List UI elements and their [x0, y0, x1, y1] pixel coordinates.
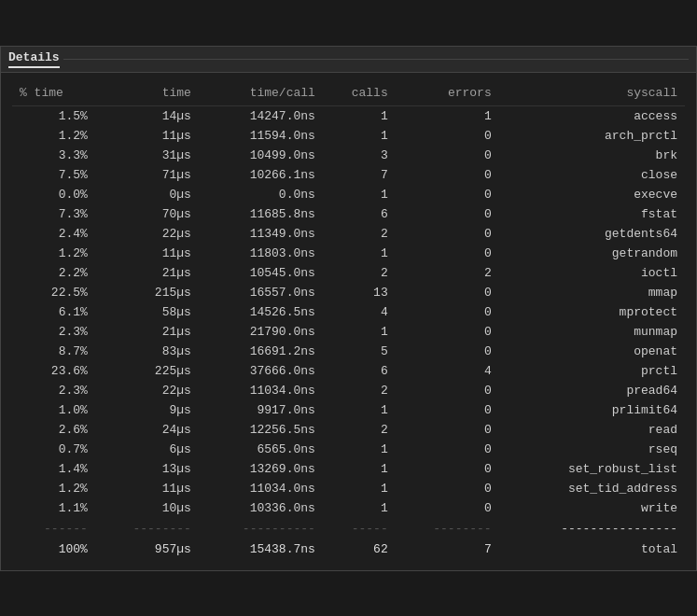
header-syscall: syscall	[499, 80, 685, 106]
title-bar: Details	[1, 47, 696, 73]
table-row: 7.3%70µs11685.8ns60fstat	[12, 204, 685, 224]
cell-syscall: pread64	[499, 381, 685, 400]
window-title: Details	[8, 50, 60, 68]
cell-timecall: 10499.0ns	[199, 146, 323, 165]
cell-pct: 1.4%	[12, 459, 95, 479]
table-row: 2.6%24µs12256.5ns20read	[12, 420, 685, 440]
cell-timecall: 11594.0ns	[199, 126, 323, 146]
total-cell-calls: 62	[323, 539, 396, 559]
cell-timecall: 0.0ns	[199, 185, 323, 204]
cell-syscall: ioctl	[499, 263, 685, 283]
cell-errors: 0	[396, 165, 499, 185]
cell-syscall: getrandom	[499, 244, 685, 263]
cell-pct: 2.4%	[12, 224, 95, 244]
table-row: 8.7%83µs16691.2ns50openat	[12, 342, 685, 361]
cell-errors: 0	[396, 283, 499, 302]
total-cell-pct: 100%	[12, 539, 95, 559]
cell-time: 0µs	[95, 185, 199, 204]
cell-errors: 0	[396, 420, 499, 440]
cell-time: 70µs	[95, 204, 199, 224]
cell-time: 9µs	[95, 400, 199, 420]
cell-pct: 2.3%	[12, 322, 95, 342]
cell-syscall: write	[499, 498, 685, 518]
divider-cell: --------	[95, 518, 199, 539]
cell-errors: 4	[396, 361, 499, 381]
cell-timecall: 11803.0ns	[199, 244, 323, 263]
cell-time: 21µs	[95, 322, 199, 342]
table-container: % time time time/call calls errors sysca…	[1, 73, 696, 570]
cell-timecall: 11685.8ns	[199, 204, 323, 224]
cell-calls: 1	[323, 105, 396, 126]
cell-syscall: execve	[499, 185, 685, 204]
cell-pct: 2.3%	[12, 381, 95, 400]
cell-time: 225µs	[95, 361, 199, 381]
cell-pct: 1.2%	[12, 244, 95, 263]
cell-errors: 0	[396, 302, 499, 322]
cell-pct: 0.7%	[12, 440, 95, 459]
cell-pct: 1.5%	[12, 105, 95, 126]
cell-syscall: rseq	[499, 440, 685, 459]
cell-errors: 0	[396, 224, 499, 244]
table-row: 0.0%0µs0.0ns10execve	[12, 185, 685, 204]
table-header: % time time time/call calls errors sysca…	[12, 80, 685, 106]
cell-pct: 1.2%	[12, 126, 95, 146]
cell-calls: 2	[323, 224, 396, 244]
divider-cell: ----------------	[499, 518, 685, 539]
header-time: time	[95, 80, 199, 106]
cell-pct: 1.1%	[12, 498, 95, 518]
cell-errors: 1	[396, 105, 499, 126]
table-row: 1.2%11µs11034.0ns10set_tid_address	[12, 479, 685, 498]
cell-time: 83µs	[95, 342, 199, 361]
cell-pct: 1.0%	[12, 400, 95, 420]
cell-pct: 2.6%	[12, 420, 95, 440]
cell-syscall: set_robust_list	[499, 459, 685, 479]
cell-timecall: 16691.2ns	[199, 342, 323, 361]
cell-syscall: fstat	[499, 204, 685, 224]
cell-pct: 0.0%	[12, 185, 95, 204]
cell-syscall: set_tid_address	[499, 479, 685, 498]
table-row: 6.1%58µs14526.5ns40mprotect	[12, 302, 685, 322]
total-cell-errors: 7	[396, 539, 499, 559]
table-row: 2.3%22µs11034.0ns20pread64	[12, 381, 685, 400]
cell-pct: 1.2%	[12, 479, 95, 498]
header-timecall: time/call	[199, 80, 323, 106]
cell-syscall: openat	[499, 342, 685, 361]
cell-calls: 1	[323, 185, 396, 204]
cell-syscall: prlimit64	[499, 400, 685, 420]
cell-timecall: 14526.5ns	[199, 302, 323, 322]
cell-calls: 4	[323, 302, 396, 322]
cell-calls: 2	[323, 381, 396, 400]
details-window: Details % time time time/call calls erro…	[0, 46, 697, 571]
table-row: 22.5%215µs16557.0ns130mmap	[12, 283, 685, 302]
divider-cell: -----	[323, 518, 396, 539]
cell-timecall: 12256.5ns	[199, 420, 323, 440]
syscall-table: % time time time/call calls errors sysca…	[12, 80, 685, 559]
cell-time: 31µs	[95, 146, 199, 165]
header-errors: errors	[396, 80, 499, 106]
cell-time: 24µs	[95, 420, 199, 440]
table-row: 23.6%225µs37666.0ns64prctl	[12, 361, 685, 381]
cell-calls: 1	[323, 440, 396, 459]
cell-calls: 13	[323, 283, 396, 302]
table-row: 1.0%9µs9917.0ns10prlimit64	[12, 400, 685, 420]
cell-calls: 1	[323, 459, 396, 479]
cell-errors: 0	[396, 342, 499, 361]
cell-calls: 1	[323, 322, 396, 342]
cell-errors: 0	[396, 479, 499, 498]
table-row: 1.5%14µs14247.0ns11access	[12, 105, 685, 126]
cell-syscall: close	[499, 165, 685, 185]
cell-calls: 2	[323, 420, 396, 440]
cell-timecall: 13269.0ns	[199, 459, 323, 479]
cell-time: 14µs	[95, 105, 199, 126]
cell-pct: 7.5%	[12, 165, 95, 185]
table-row: 3.3%31µs10499.0ns30brk	[12, 146, 685, 165]
cell-timecall: 10545.0ns	[199, 263, 323, 283]
cell-syscall: prctl	[499, 361, 685, 381]
table-row: 2.3%21µs21790.0ns10munmap	[12, 322, 685, 342]
header-pct: % time	[12, 80, 95, 106]
table-row: 7.5%71µs10266.1ns70close	[12, 165, 685, 185]
divider-cell: ------	[12, 518, 95, 539]
cell-pct: 23.6%	[12, 361, 95, 381]
cell-calls: 1	[323, 479, 396, 498]
cell-calls: 5	[323, 342, 396, 361]
